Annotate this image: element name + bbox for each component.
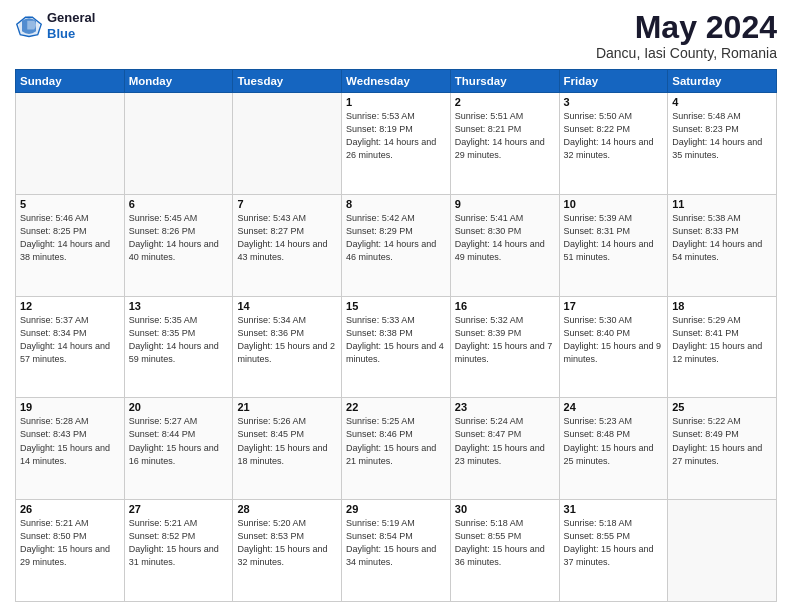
day-number: 5 [20, 198, 120, 210]
weekday-header-row: Sunday Monday Tuesday Wednesday Thursday… [16, 70, 777, 93]
day-number: 12 [20, 300, 120, 312]
calendar-week-5: 26Sunrise: 5:21 AM Sunset: 8:50 PM Dayli… [16, 500, 777, 602]
calendar-cell: 19Sunrise: 5:28 AM Sunset: 8:43 PM Dayli… [16, 398, 125, 500]
day-info: Sunrise: 5:18 AM Sunset: 8:55 PM Dayligh… [455, 517, 555, 569]
subtitle: Dancu, Iasi County, Romania [596, 45, 777, 61]
calendar-cell: 18Sunrise: 5:29 AM Sunset: 8:41 PM Dayli… [668, 296, 777, 398]
day-info: Sunrise: 5:50 AM Sunset: 8:22 PM Dayligh… [564, 110, 664, 162]
calendar-cell: 13Sunrise: 5:35 AM Sunset: 8:35 PM Dayli… [124, 296, 233, 398]
calendar-cell: 21Sunrise: 5:26 AM Sunset: 8:45 PM Dayli… [233, 398, 342, 500]
day-info: Sunrise: 5:39 AM Sunset: 8:31 PM Dayligh… [564, 212, 664, 264]
day-number: 3 [564, 96, 664, 108]
calendar-week-2: 5Sunrise: 5:46 AM Sunset: 8:25 PM Daylig… [16, 194, 777, 296]
day-info: Sunrise: 5:20 AM Sunset: 8:53 PM Dayligh… [237, 517, 337, 569]
calendar-cell: 17Sunrise: 5:30 AM Sunset: 8:40 PM Dayli… [559, 296, 668, 398]
calendar-cell: 6Sunrise: 5:45 AM Sunset: 8:26 PM Daylig… [124, 194, 233, 296]
col-tuesday: Tuesday [233, 70, 342, 93]
calendar-cell: 29Sunrise: 5:19 AM Sunset: 8:54 PM Dayli… [342, 500, 451, 602]
day-info: Sunrise: 5:37 AM Sunset: 8:34 PM Dayligh… [20, 314, 120, 366]
day-number: 2 [455, 96, 555, 108]
logo-icon [15, 12, 43, 40]
day-number: 22 [346, 401, 446, 413]
calendar-cell: 14Sunrise: 5:34 AM Sunset: 8:36 PM Dayli… [233, 296, 342, 398]
header: General Blue May 2024 Dancu, Iasi County… [15, 10, 777, 61]
logo: General Blue [15, 10, 95, 41]
day-number: 17 [564, 300, 664, 312]
day-number: 10 [564, 198, 664, 210]
calendar-cell: 28Sunrise: 5:20 AM Sunset: 8:53 PM Dayli… [233, 500, 342, 602]
calendar-cell: 25Sunrise: 5:22 AM Sunset: 8:49 PM Dayli… [668, 398, 777, 500]
calendar-week-4: 19Sunrise: 5:28 AM Sunset: 8:43 PM Dayli… [16, 398, 777, 500]
day-number: 21 [237, 401, 337, 413]
calendar-cell: 5Sunrise: 5:46 AM Sunset: 8:25 PM Daylig… [16, 194, 125, 296]
day-number: 16 [455, 300, 555, 312]
day-info: Sunrise: 5:18 AM Sunset: 8:55 PM Dayligh… [564, 517, 664, 569]
calendar-cell: 20Sunrise: 5:27 AM Sunset: 8:44 PM Dayli… [124, 398, 233, 500]
day-number: 4 [672, 96, 772, 108]
day-info: Sunrise: 5:27 AM Sunset: 8:44 PM Dayligh… [129, 415, 229, 467]
calendar-cell: 24Sunrise: 5:23 AM Sunset: 8:48 PM Dayli… [559, 398, 668, 500]
day-info: Sunrise: 5:23 AM Sunset: 8:48 PM Dayligh… [564, 415, 664, 467]
calendar-cell: 15Sunrise: 5:33 AM Sunset: 8:38 PM Dayli… [342, 296, 451, 398]
day-info: Sunrise: 5:43 AM Sunset: 8:27 PM Dayligh… [237, 212, 337, 264]
title-block: May 2024 Dancu, Iasi County, Romania [596, 10, 777, 61]
calendar-cell: 22Sunrise: 5:25 AM Sunset: 8:46 PM Dayli… [342, 398, 451, 500]
day-number: 26 [20, 503, 120, 515]
day-number: 11 [672, 198, 772, 210]
day-info: Sunrise: 5:38 AM Sunset: 8:33 PM Dayligh… [672, 212, 772, 264]
day-info: Sunrise: 5:46 AM Sunset: 8:25 PM Dayligh… [20, 212, 120, 264]
day-number: 28 [237, 503, 337, 515]
day-info: Sunrise: 5:21 AM Sunset: 8:52 PM Dayligh… [129, 517, 229, 569]
day-info: Sunrise: 5:26 AM Sunset: 8:45 PM Dayligh… [237, 415, 337, 467]
day-number: 19 [20, 401, 120, 413]
day-number: 1 [346, 96, 446, 108]
calendar-cell: 3Sunrise: 5:50 AM Sunset: 8:22 PM Daylig… [559, 93, 668, 195]
day-number: 24 [564, 401, 664, 413]
calendar-cell: 27Sunrise: 5:21 AM Sunset: 8:52 PM Dayli… [124, 500, 233, 602]
day-number: 27 [129, 503, 229, 515]
day-number: 13 [129, 300, 229, 312]
calendar-cell: 7Sunrise: 5:43 AM Sunset: 8:27 PM Daylig… [233, 194, 342, 296]
col-wednesday: Wednesday [342, 70, 451, 93]
calendar-week-1: 1Sunrise: 5:53 AM Sunset: 8:19 PM Daylig… [16, 93, 777, 195]
day-number: 30 [455, 503, 555, 515]
day-number: 25 [672, 401, 772, 413]
day-number: 29 [346, 503, 446, 515]
calendar-cell: 31Sunrise: 5:18 AM Sunset: 8:55 PM Dayli… [559, 500, 668, 602]
calendar-cell [233, 93, 342, 195]
day-info: Sunrise: 5:19 AM Sunset: 8:54 PM Dayligh… [346, 517, 446, 569]
calendar-body: 1Sunrise: 5:53 AM Sunset: 8:19 PM Daylig… [16, 93, 777, 602]
calendar-week-3: 12Sunrise: 5:37 AM Sunset: 8:34 PM Dayli… [16, 296, 777, 398]
day-info: Sunrise: 5:32 AM Sunset: 8:39 PM Dayligh… [455, 314, 555, 366]
day-number: 6 [129, 198, 229, 210]
logo-text-block: General Blue [47, 10, 95, 41]
col-thursday: Thursday [450, 70, 559, 93]
calendar-cell: 8Sunrise: 5:42 AM Sunset: 8:29 PM Daylig… [342, 194, 451, 296]
calendar-cell: 12Sunrise: 5:37 AM Sunset: 8:34 PM Dayli… [16, 296, 125, 398]
calendar-cell: 2Sunrise: 5:51 AM Sunset: 8:21 PM Daylig… [450, 93, 559, 195]
day-number: 7 [237, 198, 337, 210]
calendar-cell [16, 93, 125, 195]
calendar-cell: 4Sunrise: 5:48 AM Sunset: 8:23 PM Daylig… [668, 93, 777, 195]
calendar-cell: 11Sunrise: 5:38 AM Sunset: 8:33 PM Dayli… [668, 194, 777, 296]
col-friday: Friday [559, 70, 668, 93]
calendar-cell: 30Sunrise: 5:18 AM Sunset: 8:55 PM Dayli… [450, 500, 559, 602]
day-info: Sunrise: 5:45 AM Sunset: 8:26 PM Dayligh… [129, 212, 229, 264]
day-number: 14 [237, 300, 337, 312]
day-info: Sunrise: 5:30 AM Sunset: 8:40 PM Dayligh… [564, 314, 664, 366]
day-info: Sunrise: 5:25 AM Sunset: 8:46 PM Dayligh… [346, 415, 446, 467]
col-monday: Monday [124, 70, 233, 93]
page: General Blue May 2024 Dancu, Iasi County… [0, 0, 792, 612]
calendar-cell: 9Sunrise: 5:41 AM Sunset: 8:30 PM Daylig… [450, 194, 559, 296]
day-number: 15 [346, 300, 446, 312]
day-info: Sunrise: 5:48 AM Sunset: 8:23 PM Dayligh… [672, 110, 772, 162]
calendar-cell: 23Sunrise: 5:24 AM Sunset: 8:47 PM Dayli… [450, 398, 559, 500]
day-info: Sunrise: 5:22 AM Sunset: 8:49 PM Dayligh… [672, 415, 772, 467]
day-info: Sunrise: 5:51 AM Sunset: 8:21 PM Dayligh… [455, 110, 555, 162]
day-info: Sunrise: 5:24 AM Sunset: 8:47 PM Dayligh… [455, 415, 555, 467]
calendar-cell: 16Sunrise: 5:32 AM Sunset: 8:39 PM Dayli… [450, 296, 559, 398]
calendar-cell [668, 500, 777, 602]
calendar-header: Sunday Monday Tuesday Wednesday Thursday… [16, 70, 777, 93]
day-number: 9 [455, 198, 555, 210]
calendar-cell: 10Sunrise: 5:39 AM Sunset: 8:31 PM Dayli… [559, 194, 668, 296]
